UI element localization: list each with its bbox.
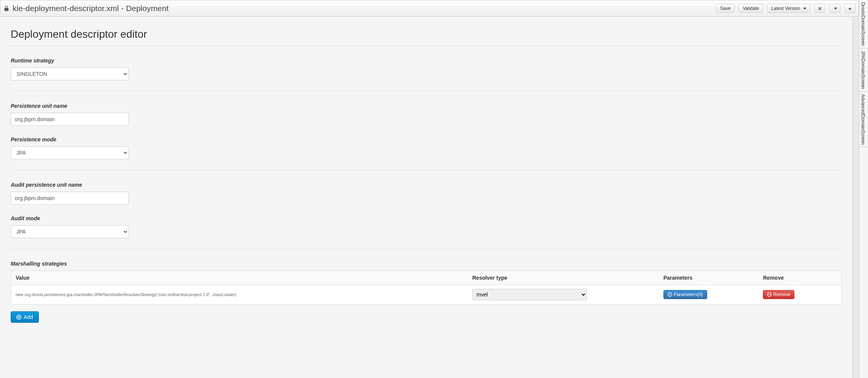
persistence-mode-label: Persistence mode (11, 136, 842, 143)
latest-version-label: Latest Version (771, 6, 800, 11)
plus-circle-icon (16, 315, 21, 320)
persistence-mode-select[interactable]: JPA (11, 146, 129, 159)
table-row: new org.drools.persistence.jpa.marshalle… (11, 285, 842, 304)
strategy-value-cell[interactable]: new org.drools.persistence.jpa.marshalle… (11, 285, 468, 304)
remove-button-label: Remove (773, 292, 790, 297)
dock-tab-jpa[interactable]: JPADomainScreen (859, 48, 868, 92)
resolver-type-select[interactable]: mvel (472, 289, 587, 300)
page-title: Deployment descriptor editor (11, 28, 842, 40)
persistence-unit-name-input[interactable] (11, 113, 129, 126)
svg-rect-4 (768, 294, 770, 295)
divider (11, 170, 842, 170)
info-circle-icon (668, 292, 672, 297)
divider (11, 46, 842, 46)
column-header-value: Value (11, 271, 468, 285)
editor-content: Deployment descriptor editor Runtime str… (0, 17, 859, 378)
latest-version-dropdown[interactable]: Latest Version (767, 4, 810, 13)
svg-rect-1 (669, 294, 670, 296)
column-header-remove: Remove (758, 271, 841, 285)
audit-persistence-unit-name-input[interactable] (11, 192, 129, 205)
marshalling-strategies-label: Marshalling strategies (11, 261, 842, 267)
more-dropdown-button[interactable] (829, 4, 841, 13)
caret-down-icon (803, 8, 806, 10)
parameters-button[interactable]: Parameters(0) (663, 290, 707, 299)
divider (11, 91, 842, 91)
validate-button[interactable]: Validate (738, 4, 763, 13)
audit-mode-select[interactable]: JPA (11, 225, 129, 238)
vertical-scrollbar[interactable] (852, 17, 859, 378)
runtime-strategy-select[interactable]: SINGLETON (11, 67, 129, 80)
audit-persistence-unit-name-label: Audit persistence unit name (11, 182, 842, 188)
runtime-strategy-label: Runtime strategy (11, 58, 842, 64)
editor-tab-title: kie-deployment-descriptor.xml - Deployme… (13, 4, 169, 13)
divider (11, 249, 842, 249)
remove-button[interactable]: Remove (763, 290, 794, 299)
svg-rect-7 (18, 317, 20, 317)
close-icon (818, 6, 822, 11)
editor-tabbar: kie-deployment-descriptor.xml - Deployme… (0, 0, 859, 17)
persistence-unit-name-label: Persistence unit name (11, 103, 842, 109)
save-button[interactable]: Save (716, 4, 735, 13)
collapse-up-button[interactable] (844, 4, 855, 13)
lock-icon (3, 5, 10, 11)
marshalling-strategies-table: Value Resolver type Parameters Remove ne… (11, 271, 842, 304)
parameters-button-label: Parameters(0) (674, 292, 703, 297)
add-button[interactable]: Add (11, 311, 39, 323)
chevron-up-icon (848, 6, 852, 11)
add-button-label: Add (24, 314, 33, 320)
column-header-resolver: Resolver type (468, 271, 659, 285)
column-header-parameters: Parameters (659, 271, 759, 285)
caret-down-icon (834, 8, 837, 10)
minus-circle-icon (767, 292, 772, 297)
close-button[interactable] (814, 4, 825, 13)
audit-mode-label: Audit mode (11, 215, 842, 221)
svg-rect-2 (669, 293, 670, 294)
right-dock: DroolsDomainScreen JPADomainScreen Advan… (859, 0, 868, 378)
dock-tab-drools[interactable]: DroolsDomainScreen (859, 0, 868, 48)
dock-tab-advanced[interactable]: AdvancedDomainScreen (859, 92, 868, 147)
